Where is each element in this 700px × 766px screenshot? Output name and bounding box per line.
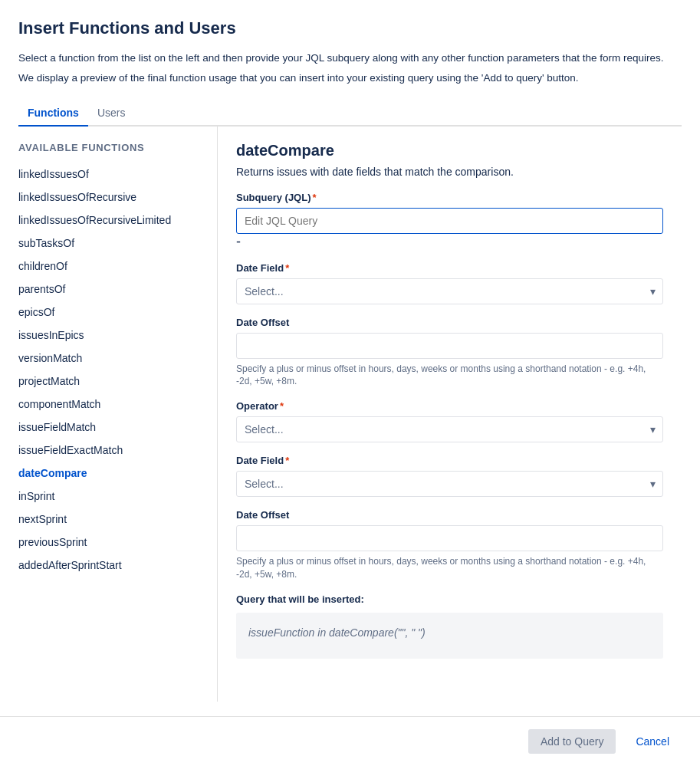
date-field-1-group: Date Field* Select... ▾ bbox=[236, 262, 663, 304]
date-offset-2-label: Date Offset bbox=[236, 509, 663, 521]
sidebar-item-linkedIssuesOf[interactable]: linkedIssuesOf bbox=[18, 163, 217, 186]
function-title: dateCompare bbox=[236, 142, 663, 159]
date-field-2-label: Date Field* bbox=[236, 455, 663, 466]
date-field-1-select[interactable]: Select... bbox=[236, 278, 663, 304]
date-offset-2-group: Date Offset Specify a plus or minus offs… bbox=[236, 509, 663, 581]
sidebar: Available Functions linkedIssuesOf linke… bbox=[18, 127, 218, 702]
operator-label: Operator* bbox=[236, 400, 663, 412]
description-2: We display a preview of the final functi… bbox=[18, 71, 682, 86]
date-offset-1-hint: Specify a plus or minus offset in hours,… bbox=[236, 363, 663, 389]
sidebar-title: Available Functions bbox=[18, 142, 217, 163]
subquery-input[interactable] bbox=[236, 208, 663, 234]
sidebar-item-previousSprint[interactable]: previousSprint bbox=[18, 531, 217, 554]
date-offset-1-label: Date Offset bbox=[236, 317, 663, 328]
function-desc: Returns issues with date fields that mat… bbox=[236, 166, 663, 178]
page-title: Insert Functions and Users bbox=[18, 18, 682, 38]
minus-sign: - bbox=[236, 234, 663, 250]
sidebar-item-componentMatch[interactable]: componentMatch bbox=[18, 393, 217, 416]
sidebar-item-childrenOf[interactable]: childrenOf bbox=[18, 255, 217, 278]
tab-users[interactable]: Users bbox=[88, 100, 135, 127]
date-field-1-select-wrapper: Select... ▾ bbox=[236, 278, 663, 304]
tabs-bar: Functions Users bbox=[18, 100, 682, 127]
subquery-field-group: Subquery (JQL)* - bbox=[236, 192, 663, 250]
sidebar-item-addedAfterSprintStart[interactable]: addedAfterSprintStart bbox=[18, 554, 217, 577]
sidebar-item-issueFieldMatch[interactable]: issueFieldMatch bbox=[18, 416, 217, 439]
query-preview-label: Query that will be inserted: bbox=[236, 593, 663, 605]
sidebar-item-linkedIssuesOfRecursive[interactable]: linkedIssuesOfRecursive bbox=[18, 186, 217, 209]
sidebar-item-issueFieldExactMatch[interactable]: issueFieldExactMatch bbox=[18, 439, 217, 462]
sidebar-item-epicsOf[interactable]: epicsOf bbox=[18, 301, 217, 324]
date-offset-2-hint: Specify a plus or minus offset in hours,… bbox=[236, 555, 663, 581]
tab-functions[interactable]: Functions bbox=[18, 100, 88, 127]
main-content: Available Functions linkedIssuesOf linke… bbox=[18, 127, 682, 702]
date-offset-1-input[interactable] bbox=[236, 333, 663, 359]
sidebar-item-dateCompare[interactable]: dateCompare bbox=[18, 462, 217, 485]
sidebar-item-subTasksOf[interactable]: subTasksOf bbox=[18, 232, 217, 255]
sidebar-item-issuesInEpics[interactable]: issuesInEpics bbox=[18, 324, 217, 347]
sidebar-item-nextSprint[interactable]: nextSprint bbox=[18, 508, 217, 531]
footer-bar: Add to Query Cancel bbox=[0, 716, 700, 766]
query-preview-value: issueFunction in dateCompare("", " ") bbox=[248, 626, 426, 639]
page-wrapper: Insert Functions and Users Select a func… bbox=[0, 0, 700, 766]
sidebar-item-linkedIssuesOfRecursiveLimited[interactable]: linkedIssuesOfRecursiveLimited bbox=[18, 209, 217, 232]
description-1: Select a function from the list on the l… bbox=[18, 51, 682, 66]
sidebar-item-parentsOf[interactable]: parentsOf bbox=[18, 278, 217, 301]
date-field-2-required: * bbox=[285, 455, 289, 466]
date-offset-1-group: Date Offset Specify a plus or minus offs… bbox=[236, 317, 663, 389]
date-field-2-select-wrapper: Select... ▾ bbox=[236, 471, 663, 497]
query-preview-box: issueFunction in dateCompare("", " ") bbox=[236, 613, 663, 659]
date-field-2-select[interactable]: Select... bbox=[236, 471, 663, 497]
operator-select[interactable]: Select... bbox=[236, 416, 663, 442]
subquery-label: Subquery (JQL)* bbox=[236, 192, 663, 203]
operator-required: * bbox=[280, 400, 284, 412]
subquery-required: * bbox=[313, 192, 317, 203]
form-area: dateCompare Returns issues with date fie… bbox=[218, 127, 682, 702]
date-field-2-group: Date Field* Select... ▾ bbox=[236, 455, 663, 497]
add-to-query-button[interactable]: Add to Query bbox=[528, 729, 616, 754]
cancel-button[interactable]: Cancel bbox=[623, 729, 682, 754]
date-offset-2-input[interactable] bbox=[236, 525, 663, 551]
operator-group: Operator* Select... ▾ bbox=[236, 400, 663, 442]
date-field-1-required: * bbox=[285, 262, 289, 274]
sidebar-item-versionMatch[interactable]: versionMatch bbox=[18, 347, 217, 370]
sidebar-item-projectMatch[interactable]: projectMatch bbox=[18, 370, 217, 393]
query-preview-group: Query that will be inserted: issueFuncti… bbox=[236, 593, 663, 659]
sidebar-item-inSprint[interactable]: inSprint bbox=[18, 485, 217, 508]
date-field-1-label: Date Field* bbox=[236, 262, 663, 274]
operator-select-wrapper: Select... ▾ bbox=[236, 416, 663, 442]
